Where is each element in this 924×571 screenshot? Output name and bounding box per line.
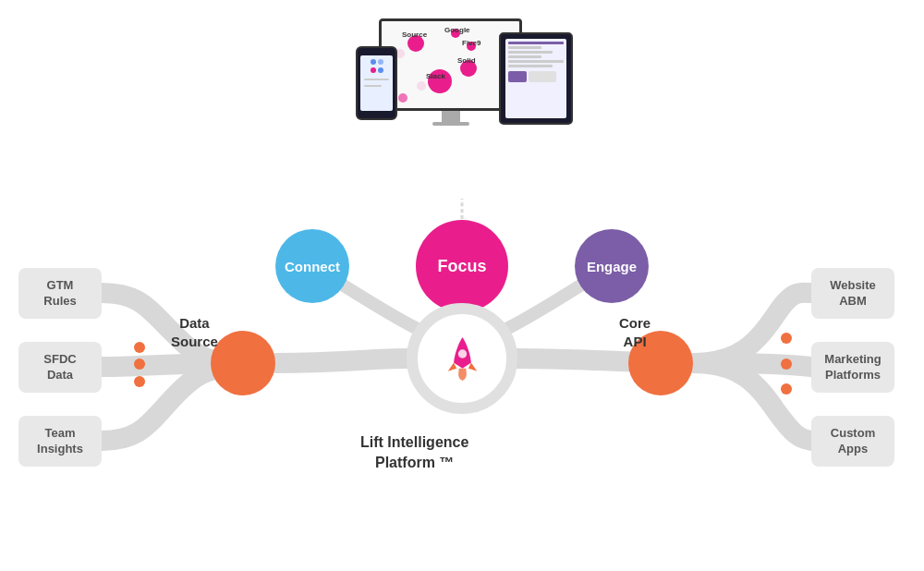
phone-screen bbox=[360, 55, 393, 111]
circle-platform bbox=[407, 303, 517, 414]
circle-focus: Focus bbox=[416, 220, 508, 312]
box-gtm-rules: GTMRules bbox=[18, 268, 102, 319]
box-team-insights: TeamInsights bbox=[18, 416, 102, 467]
connector-dot-team bbox=[134, 376, 145, 387]
circle-focus-label: Focus bbox=[437, 257, 486, 276]
screen-label-source: Source bbox=[402, 30, 427, 39]
tablet-screen bbox=[505, 39, 566, 118]
screen-label-solid: Solid bbox=[457, 56, 476, 65]
box-sfdc-label: SFDCData bbox=[43, 352, 76, 383]
phone-dot-row-2 bbox=[364, 67, 389, 73]
box-gtm-label: GTMRules bbox=[43, 278, 76, 310]
tablet-line-5 bbox=[508, 60, 564, 63]
box-custom-apps: CustomApps bbox=[811, 416, 894, 467]
phone-dot-2 bbox=[378, 59, 383, 65]
tablet-bottom-row bbox=[508, 71, 564, 82]
phone-dot-1 bbox=[371, 59, 376, 65]
phone-line bbox=[364, 79, 389, 80]
connector-dot-website bbox=[781, 333, 792, 344]
svg-point-0 bbox=[457, 349, 466, 358]
circle-engage: Engage bbox=[575, 229, 649, 303]
screen-label-google: Google bbox=[444, 26, 470, 34]
box-sfdc-data: SFDCData bbox=[18, 342, 102, 393]
connector-dot-marketing bbox=[781, 358, 792, 370]
diagram-container: Source Google Five9 Solid Slack bbox=[0, 0, 924, 571]
phone-line-2 bbox=[364, 85, 382, 87]
screen-label-five9: Five9 bbox=[462, 39, 480, 47]
phone bbox=[356, 46, 397, 120]
phone-dot-4 bbox=[378, 67, 383, 73]
tablet-line-2 bbox=[508, 46, 541, 49]
connector-dot-custom bbox=[781, 383, 792, 395]
box-website-label: WebsiteABM bbox=[830, 278, 876, 310]
label-core-api-text: CoreAPI bbox=[619, 315, 650, 349]
tablet-line-3 bbox=[508, 51, 553, 54]
tablet bbox=[499, 32, 573, 125]
label-platform-text: Lift IntelligencePlatform ™ bbox=[360, 434, 468, 470]
monitor-base bbox=[432, 122, 469, 126]
circle-connect: Connect bbox=[275, 229, 349, 303]
circle-data-source bbox=[211, 331, 275, 395]
device-group: Source Google Five9 Solid Slack bbox=[351, 9, 573, 171]
box-team-label: TeamInsights bbox=[37, 426, 83, 457]
rocket-icon bbox=[437, 334, 488, 384]
screen-label-slack: Slack bbox=[426, 72, 445, 80]
label-core-api: CoreAPI bbox=[619, 314, 650, 350]
label-platform: Lift IntelligencePlatform ™ bbox=[360, 432, 468, 474]
connector-dot-gtm bbox=[134, 342, 145, 353]
tablet-line-6 bbox=[508, 65, 553, 67]
screen-dot-sm3 bbox=[398, 93, 407, 103]
box-website-abm: WebsiteABM bbox=[811, 268, 894, 319]
connector-dot-sfdc bbox=[134, 358, 145, 370]
tablet-btn bbox=[508, 71, 527, 82]
phone-dot-row-1 bbox=[364, 59, 389, 65]
tablet-line-4 bbox=[508, 55, 541, 58]
label-data-source-text: DataSource bbox=[171, 315, 218, 349]
screen-dot-sm2 bbox=[417, 81, 426, 91]
tablet-line-1 bbox=[508, 42, 564, 44]
box-marketing-label: MarketingPlatforms bbox=[824, 352, 881, 383]
phone-dot-3 bbox=[371, 67, 376, 73]
circle-engage-label: Engage bbox=[587, 259, 637, 274]
box-marketing-platforms: MarketingPlatforms bbox=[811, 342, 894, 393]
label-data-source: DataSource bbox=[171, 314, 218, 350]
tablet-btn-2 bbox=[529, 71, 556, 82]
monitor-stand bbox=[442, 111, 460, 122]
circle-connect-label: Connect bbox=[285, 259, 340, 274]
box-custom-label: CustomApps bbox=[831, 426, 875, 457]
